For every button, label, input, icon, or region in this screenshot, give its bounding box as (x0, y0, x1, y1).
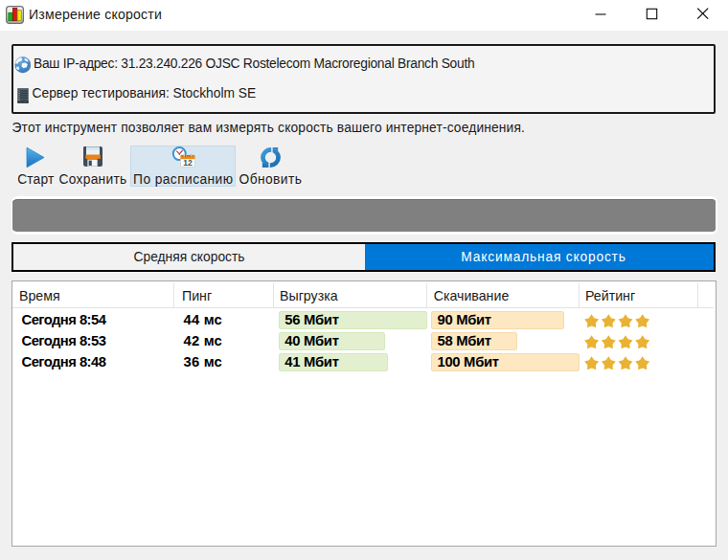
svg-text:12: 12 (183, 158, 193, 168)
